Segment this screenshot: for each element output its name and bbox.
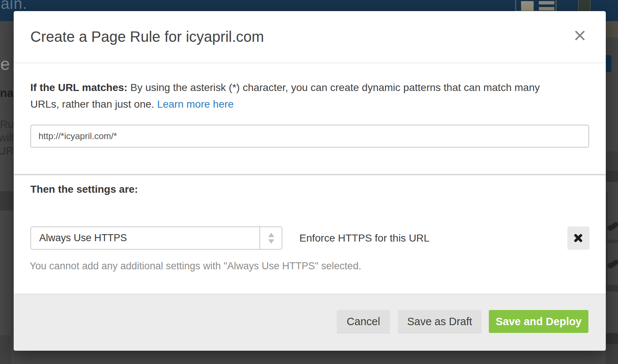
url-pattern-input[interactable]	[30, 125, 589, 148]
chevron-down-icon	[268, 239, 274, 244]
cancel-button[interactable]: Cancel	[337, 310, 390, 333]
page-right-fragment	[606, 21, 618, 364]
table-header-fragment	[0, 191, 14, 210]
table-row-fragment	[606, 151, 618, 171]
close-icon[interactable]	[572, 28, 587, 43]
page-text-fragment: Ru	[0, 118, 14, 131]
navbar-text-fragment: ain.	[1, 0, 27, 13]
section-divider	[14, 174, 606, 175]
table-row-fragment	[606, 344, 618, 364]
modal-footer: Cancel Save as Draft Save and Deploy	[14, 294, 606, 351]
save-as-draft-button[interactable]: Save as Draft	[398, 310, 481, 333]
remove-setting-button[interactable]	[567, 226, 590, 250]
table-row-fragment	[606, 285, 618, 291]
modal-title: Create a Page Rule for icyapril.com	[30, 28, 264, 45]
page-text-fragment: will	[0, 132, 14, 144]
setting-select-value: Always Use HTTPS	[39, 227, 127, 249]
url-match-description: If the URL matches: By using the asteris…	[30, 79, 563, 112]
table-border-fragment	[606, 240, 618, 243]
settings-heading: Then the settings are:	[30, 183, 138, 195]
table-row-fragment	[606, 171, 618, 182]
setting-select[interactable]: Always Use HTTPS	[30, 226, 282, 250]
select-spinner-icon[interactable]	[259, 227, 282, 249]
page-text-fragment: UR	[0, 145, 14, 157]
page-heading-fragment: e	[0, 54, 10, 74]
url-match-label: If the URL matches:	[30, 82, 127, 93]
wrench-icon	[608, 259, 618, 269]
wrench-icon	[608, 221, 618, 231]
save-and-deploy-button[interactable]: Save and Deploy	[489, 310, 588, 333]
chevron-up-icon	[268, 233, 274, 237]
create-page-rule-modal: Create a Page Rule for icyapril.com If t…	[14, 11, 606, 351]
blue-button-fragment	[606, 55, 611, 72]
setting-description: Enforce HTTPS for this URL	[299, 232, 430, 244]
setting-note: You cannot add any additional settings w…	[30, 260, 361, 272]
learn-more-link[interactable]: Learn more here	[157, 98, 234, 110]
page-band-fragment	[0, 335, 11, 364]
table-row-fragment	[606, 333, 618, 344]
layout-grid-icon	[515, 0, 557, 12]
header-divider	[14, 63, 606, 63]
page-band-fragment	[606, 21, 618, 37]
